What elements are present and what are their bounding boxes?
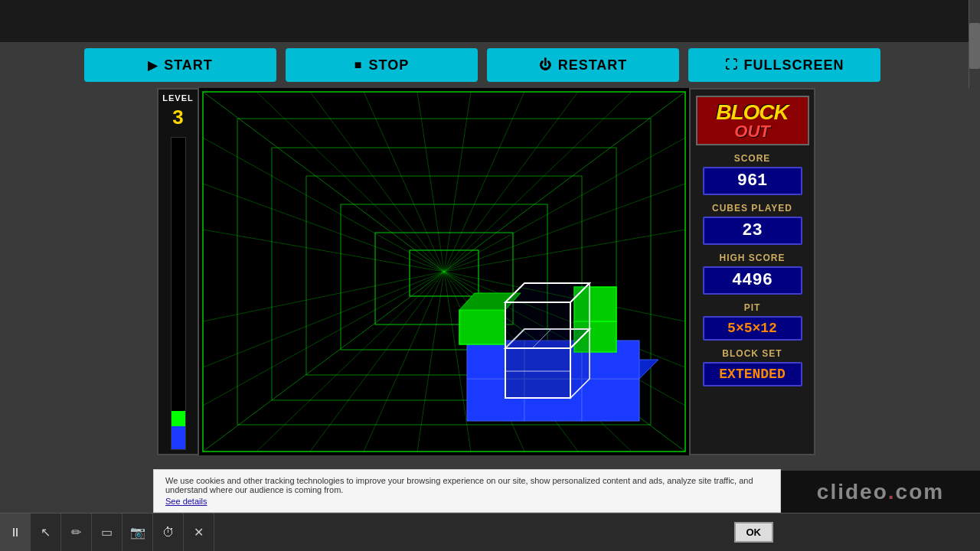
clideo-brand: clideo [817, 480, 888, 504]
logo-inner: BLOCK OUT [716, 102, 789, 140]
camera-button[interactable]: 📷 [122, 514, 153, 552]
score-value: 961 [703, 167, 802, 195]
score-section: SCORE 961 [697, 153, 808, 195]
pen-icon: ✏ [71, 525, 81, 540]
main-area: LEVEL 3 [0, 88, 980, 517]
fullscreen-icon: ⛶ [725, 58, 738, 72]
logo-out-text: OUT [734, 123, 769, 140]
power-icon: ⏻ [539, 58, 552, 72]
play-icon: ▶ [148, 58, 158, 73]
fullscreen-button[interactable]: ⛶ FULLSCREEN [688, 48, 880, 82]
blockout-logo: BLOCK OUT [696, 96, 809, 145]
start-label: START [164, 57, 213, 73]
svg-rect-60 [459, 310, 505, 344]
highlight-icon: ▭ [101, 525, 113, 540]
cookie-text: We use cookies and other tracking techno… [165, 476, 769, 494]
block-set-section: BLOCK SET EXTENDED [697, 348, 808, 386]
ok-button[interactable]: OK [734, 522, 774, 543]
high-score-label: HIGH SCORE [719, 253, 785, 263]
top-bar [0, 0, 980, 42]
pause-icon: ⏸ [9, 526, 21, 540]
clideo-dot: . [888, 480, 896, 504]
svg-rect-64 [505, 348, 570, 398]
pit-section: PIT 5×5×12 [697, 302, 808, 341]
score-label: SCORE [734, 153, 771, 164]
block-set-label: BLOCK SET [722, 348, 782, 359]
level-bar [171, 137, 186, 450]
cookie-notice: We use cookies and other tracking techno… [153, 469, 781, 513]
stop-icon: ■ [354, 58, 363, 72]
controls-row: ▶ START ■ STOP ⏻ RESTART ⛶ FULLSCREEN [0, 42, 965, 88]
cookie-link[interactable]: See details [165, 497, 769, 506]
level-number: 3 [172, 106, 183, 129]
camera-icon: 📷 [130, 525, 145, 540]
stop-button[interactable]: ■ STOP [286, 48, 478, 82]
cursor-icon: ↖ [41, 525, 51, 540]
fullscreen-label: FULLSCREEN [744, 57, 844, 73]
level-sidebar: LEVEL 3 [157, 88, 199, 455]
svg-rect-69 [505, 302, 570, 348]
game-canvas[interactable] [199, 88, 689, 455]
pit-value: 5×5×12 [703, 316, 802, 341]
cubes-played-label: CUBES PLAYED [712, 203, 792, 214]
restart-button[interactable]: ⏻ RESTART [487, 48, 679, 82]
clideo-suffix: com [896, 480, 945, 504]
timer-icon: ⏱ [162, 526, 175, 540]
level-bar-blue [172, 426, 185, 449]
ok-area: OK [734, 522, 774, 543]
highlight-button[interactable]: ▭ [92, 514, 122, 552]
left-spacer [0, 88, 157, 517]
info-panel: BLOCK OUT SCORE 961 CUBES PLAYED 23 HIGH… [689, 88, 815, 455]
close-icon: ✕ [194, 525, 204, 540]
svg-rect-53 [582, 379, 639, 421]
level-bar-green [172, 411, 185, 426]
bottom-toolbar: ⏸ ↖ ✏ ▭ 📷 ⏱ ✕ OK [0, 513, 980, 551]
clideo-text: clideo.com [817, 480, 944, 504]
pit-label: PIT [744, 302, 761, 313]
close-button[interactable]: ✕ [184, 514, 214, 552]
cubes-played-section: CUBES PLAYED 23 [697, 203, 808, 245]
start-button[interactable]: ▶ START [84, 48, 276, 82]
cubes-played-value: 23 [703, 217, 802, 245]
block-set-value: EXTENDED [703, 362, 802, 386]
stop-label: STOP [368, 57, 409, 73]
game-grid-svg [199, 88, 689, 455]
game-container: LEVEL 3 [157, 88, 980, 455]
logo-block-text: BLOCK [716, 102, 789, 123]
cursor-button[interactable]: ↖ [31, 514, 61, 552]
pen-button[interactable]: ✏ [61, 514, 92, 552]
scrollbar-thumb[interactable] [969, 23, 980, 69]
high-score-section: HIGH SCORE 4496 [697, 253, 808, 295]
clideo-watermark: clideo.com [781, 471, 980, 513]
timer-button[interactable]: ⏱ [153, 514, 184, 552]
level-label: LEVEL [162, 93, 193, 103]
high-score-value: 4496 [703, 266, 802, 295]
pause-button[interactable]: ⏸ [0, 514, 31, 552]
restart-label: RESTART [558, 57, 628, 73]
